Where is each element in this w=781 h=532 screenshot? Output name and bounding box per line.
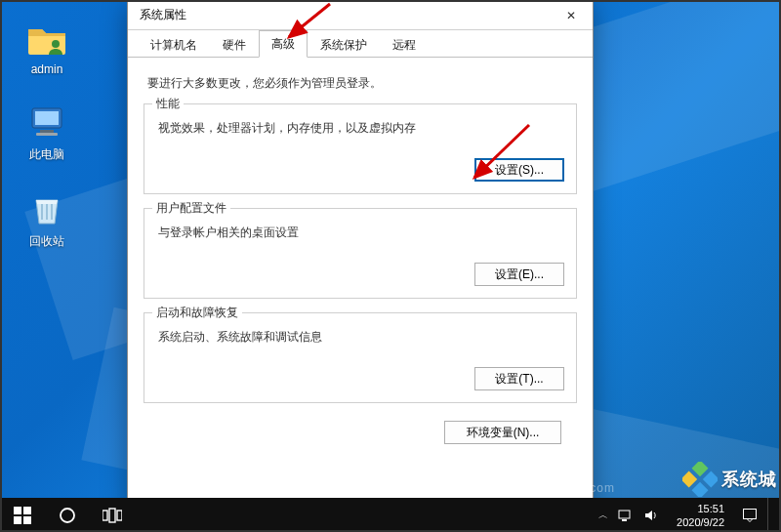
svg-rect-9	[14, 507, 21, 514]
group-desc: 系统启动、系统故障和调试信息	[158, 329, 564, 346]
tab-computername[interactable]: 计算机名	[138, 31, 210, 58]
dialog-body: 要进行大多数更改，您必须作为管理员登录。 性能 视觉效果，处理器计划，内存使用，…	[128, 58, 593, 456]
startup-settings-button[interactable]: 设置(T)...	[474, 367, 564, 390]
svg-rect-16	[117, 511, 122, 520]
tab-hardware[interactable]: 硬件	[210, 31, 259, 58]
svg-rect-5	[692, 462, 709, 476]
desktop-icon-label: 回收站	[29, 233, 64, 250]
tab-systemprotection[interactable]: 系统保护	[308, 31, 380, 58]
windows-logo-icon	[14, 507, 31, 524]
circle-icon	[59, 507, 76, 524]
svg-rect-18	[622, 519, 627, 521]
system-properties-dialog: 系统属性 ✕ 计算机名 硬件 高级 系统保护 远程 要进行大多数更改，您必须作为…	[127, 0, 594, 508]
volume-icon[interactable]	[643, 509, 659, 522]
svg-rect-14	[103, 511, 107, 520]
close-icon: ✕	[566, 9, 576, 22]
show-desktop-button[interactable]	[767, 498, 773, 532]
computer-icon	[26, 102, 67, 143]
desktop-icon-thispc[interactable]: 此电脑	[18, 102, 76, 163]
desktop-icon-user[interactable]: admin	[18, 18, 76, 76]
brand-logo-icon	[682, 462, 718, 497]
group-legend: 启动和故障恢复	[152, 305, 242, 321]
svg-rect-6	[703, 471, 718, 488]
recyclebin-icon	[26, 188, 67, 229]
svg-rect-17	[619, 511, 630, 518]
svg-rect-10	[23, 507, 31, 514]
svg-rect-4	[36, 133, 58, 136]
taskview-button[interactable]	[90, 498, 135, 532]
close-button[interactable]: ✕	[550, 1, 593, 30]
svg-rect-19	[744, 509, 757, 518]
tray-chevron-up-icon[interactable]: ︿	[598, 509, 608, 522]
svg-rect-8	[692, 482, 709, 497]
dialog-title: 系统属性	[140, 7, 186, 23]
desktop-icon-label: 此电脑	[29, 146, 64, 163]
network-icon[interactable]	[618, 509, 634, 522]
watermark-brand: 系统城	[682, 462, 777, 497]
taskbar-clock[interactable]: 15:51 2020/9/22	[669, 502, 732, 529]
admin-hint: 要进行大多数更改，您必须作为管理员登录。	[147, 75, 577, 92]
tab-advanced[interactable]: 高级	[259, 30, 308, 58]
watermark-faint: neng.com	[555, 481, 615, 495]
dialog-tabs: 计算机名 硬件 高级 系统保护 远程	[128, 30, 593, 58]
group-legend: 用户配置文件	[152, 200, 230, 217]
desktop-icons: admin 此电脑 回收站	[18, 18, 76, 250]
group-desc: 视觉效果，处理器计划，内存使用，以及虚拟内存	[158, 120, 564, 137]
svg-rect-15	[109, 509, 115, 522]
cortana-button[interactable]	[45, 498, 90, 532]
desktop-icon-label: admin	[31, 62, 63, 76]
dialog-titlebar[interactable]: 系统属性 ✕	[128, 1, 593, 30]
svg-rect-11	[14, 516, 21, 524]
environment-variables-button[interactable]: 环境变量(N)...	[444, 421, 561, 444]
desktop-icon-recyclebin[interactable]: 回收站	[18, 188, 76, 250]
profiles-settings-button[interactable]: 设置(E)...	[474, 263, 564, 286]
tab-remote[interactable]: 远程	[380, 31, 429, 58]
group-startup-recovery: 启动和故障恢复 系统启动、系统故障和调试信息 设置(T)...	[144, 312, 577, 403]
system-tray: ︿ 15:51 2020/9/22	[598, 498, 781, 532]
svg-rect-3	[40, 130, 54, 133]
performance-settings-button[interactable]: 设置(S)...	[474, 158, 564, 182]
action-center-icon[interactable]	[742, 508, 758, 523]
svg-point-0	[52, 40, 60, 48]
svg-rect-12	[23, 516, 31, 524]
taskbar: ︿ 15:51 2020/9/22	[0, 498, 781, 532]
svg-rect-7	[682, 471, 697, 488]
taskview-icon	[103, 508, 122, 523]
start-button[interactable]	[0, 498, 45, 532]
group-desc: 与登录帐户相关的桌面设置	[158, 225, 564, 241]
svg-point-13	[61, 509, 74, 522]
user-folder-icon	[26, 18, 67, 59]
group-legend: 性能	[152, 96, 184, 112]
group-performance: 性能 视觉效果，处理器计划，内存使用，以及虚拟内存 设置(S)...	[144, 103, 577, 194]
group-user-profiles: 用户配置文件 与登录帐户相关的桌面设置 设置(E)...	[144, 208, 577, 299]
svg-rect-2	[35, 111, 59, 125]
